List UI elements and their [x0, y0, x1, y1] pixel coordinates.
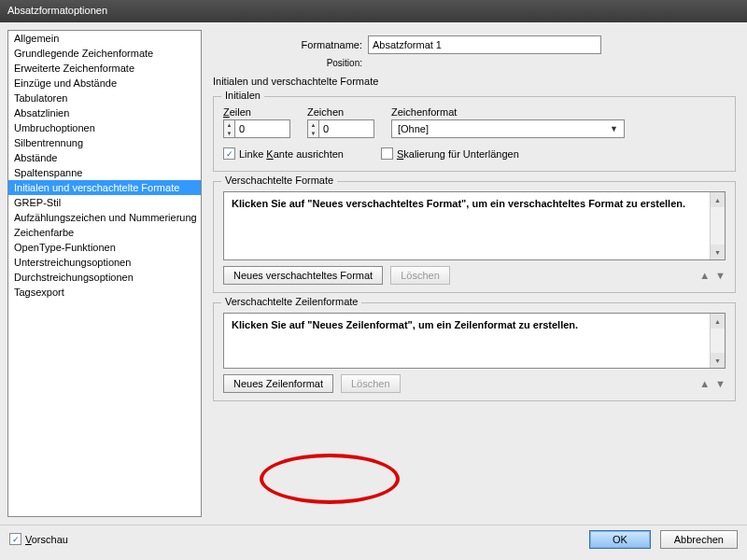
sidebar-item-10[interactable]: Initialen und verschachtelte Formate — [8, 180, 201, 195]
scroll-down-icon[interactable]: ▼ — [711, 353, 725, 368]
lines-input[interactable] — [234, 119, 290, 138]
move-up-icon[interactable]: ▲ — [699, 270, 710, 281]
move-up-icon[interactable]: ▲ — [699, 378, 710, 389]
chars-spinner[interactable]: ▲▼ — [307, 119, 318, 138]
content-area: AllgemeinGrundlegende ZeichenformateErwe… — [0, 22, 747, 525]
descenders-checkbox[interactable] — [381, 147, 393, 160]
formatname-input[interactable] — [368, 35, 601, 54]
sidebar-item-5[interactable]: Absatzlinien — [8, 105, 201, 120]
initials-legend: Initialen — [221, 90, 264, 101]
sidebar-item-7[interactable]: Silbentrennung — [8, 135, 201, 150]
nested-lines-hint: Klicken Sie auf "Neues Zeilenformat", um… — [232, 319, 578, 330]
sidebar-item-14[interactable]: OpenType-Funktionen — [8, 240, 201, 255]
sidebar-item-17[interactable]: Tagsexport — [8, 285, 201, 300]
sidebar-item-2[interactable]: Erweiterte Zeichenformate — [8, 61, 201, 76]
delete-nested-style-button: Löschen — [390, 266, 450, 285]
charstyle-value: [Ohne] — [398, 123, 429, 134]
scrollbar[interactable]: ▲ ▼ — [710, 314, 725, 368]
align-left-checkbox-row[interactable]: ✓ Linke Kante ausrichten — [223, 147, 344, 160]
preview-label: Vorschau — [25, 534, 68, 545]
preview-checkbox-row[interactable]: ✓ Vorschau — [9, 533, 68, 545]
nested-lines-legend: Verschachtelte Zeilenformate — [221, 296, 361, 307]
nested-line-styles-group: Verschachtelte Zeilenformate Klicken Sie… — [213, 302, 736, 401]
titlebar: Absatzformatoptionen — [0, 0, 747, 22]
section-title: Initialen und verschachtelte Formate — [213, 76, 736, 87]
sidebar-item-16[interactable]: Durchstreichungsoptionen — [8, 270, 201, 285]
sidebar-item-11[interactable]: GREP-Stil — [8, 195, 201, 210]
sidebar-item-9[interactable]: Spaltenspanne — [8, 165, 201, 180]
nested-hint: Klicken Sie auf "Neues verschachteltes F… — [232, 198, 685, 209]
descenders-label: Skalierung für Unterlängen — [397, 148, 519, 160]
scroll-up-icon[interactable]: ▲ — [711, 314, 725, 329]
ok-button[interactable]: OK — [589, 530, 651, 549]
move-down-icon[interactable]: ▼ — [715, 270, 726, 281]
sidebar-item-8[interactable]: Abstände — [8, 150, 201, 165]
nested-styles-group: Verschachtelte Formate Klicken Sie auf "… — [213, 181, 736, 293]
delete-line-style-button: Löschen — [341, 374, 401, 393]
lines-label: Zeilen — [223, 106, 290, 118]
charstyle-label: Zeichenformat — [391, 106, 726, 118]
charstyle-dropdown[interactable]: [Ohne] ▼ — [391, 119, 625, 138]
sidebar-item-1[interactable]: Grundlegende Zeichenformate — [8, 46, 201, 61]
chars-label: Zeichen — [307, 106, 374, 118]
sidebar-item-0[interactable]: Allgemein — [8, 31, 201, 46]
sidebar-item-12[interactable]: Aufzählungszeichen und Nummerierung — [8, 210, 201, 225]
scrollbar[interactable]: ▲ ▼ — [710, 192, 725, 259]
descenders-checkbox-row[interactable]: Skalierung für Unterlängen — [381, 147, 519, 160]
cancel-button[interactable]: Abbrechen — [660, 530, 738, 549]
initials-group: Initialen Zeilen ▲▼ Zeichen ▲▼ — [213, 96, 736, 172]
sidebar-item-15[interactable]: Unterstreichungsoptionen — [8, 255, 201, 270]
nested-line-styles-list[interactable]: Klicken Sie auf "Neues Zeilenformat", um… — [223, 313, 726, 369]
lines-spinner[interactable]: ▲▼ — [223, 119, 234, 138]
sidebar-item-13[interactable]: Zeichenfarbe — [8, 225, 201, 240]
sidebar-item-4[interactable]: Tabulatoren — [8, 91, 201, 105]
preview-checkbox[interactable]: ✓ — [9, 533, 21, 545]
dialog-footer: ✓ Vorschau OK Abbrechen — [0, 525, 747, 553]
scroll-up-icon[interactable]: ▲ — [711, 192, 725, 207]
main-panel: Formatname: Position: Initialen und vers… — [209, 30, 740, 517]
dialog-window: Absatzformatoptionen AllgemeinGrundlegen… — [0, 0, 747, 560]
new-nested-style-button[interactable]: Neues verschachteltes Format — [223, 266, 383, 285]
chevron-down-icon: ▼ — [610, 124, 618, 133]
align-left-label: Linke Kante ausrichten — [239, 148, 344, 160]
category-sidebar[interactable]: AllgemeinGrundlegende ZeichenformateErwe… — [7, 30, 202, 517]
position-label: Position: — [213, 58, 362, 68]
scroll-down-icon[interactable]: ▼ — [711, 245, 725, 259]
chars-input[interactable] — [318, 119, 374, 138]
move-down-icon[interactable]: ▼ — [715, 378, 726, 389]
nested-legend: Verschachtelte Formate — [221, 175, 337, 186]
sidebar-item-6[interactable]: Umbruchoptionen — [8, 120, 201, 135]
formatname-label: Formatname: — [213, 39, 362, 50]
new-line-style-button[interactable]: Neues Zeilenformat — [223, 374, 333, 393]
align-left-checkbox[interactable]: ✓ — [223, 147, 235, 160]
sidebar-item-3[interactable]: Einzüge und Abstände — [8, 76, 201, 91]
nested-styles-list[interactable]: Klicken Sie auf "Neues verschachteltes F… — [223, 191, 726, 260]
